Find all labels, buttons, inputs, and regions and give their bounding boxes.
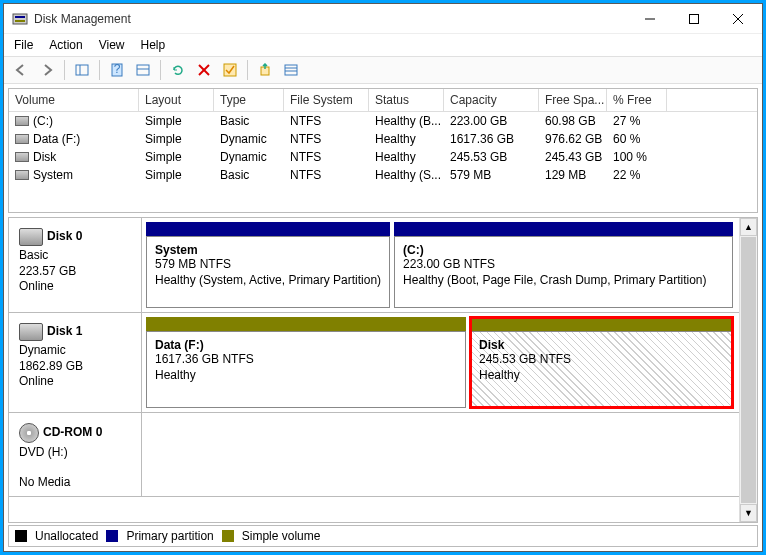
partition-system[interactable]: System 579 MB NTFS Healthy (System, Acti… bbox=[146, 236, 390, 308]
table-row[interactable]: DiskSimpleDynamicNTFSHealthy245.53 GB245… bbox=[9, 148, 757, 166]
volume-icon bbox=[15, 134, 29, 144]
toolbar: ? bbox=[4, 56, 762, 84]
titlebar[interactable]: Disk Management bbox=[4, 4, 762, 34]
scroll-thumb[interactable] bbox=[741, 237, 756, 503]
partition-data[interactable]: Data (F:) 1617.36 GB NTFS Healthy bbox=[146, 331, 466, 408]
help-button[interactable]: ? bbox=[106, 59, 128, 81]
menu-action[interactable]: Action bbox=[49, 38, 82, 52]
disk-row-1[interactable]: Disk 1 Dynamic 1862.89 GB Online Data (F… bbox=[9, 313, 739, 413]
table-row[interactable]: Data (F:)SimpleDynamicNTFSHealthy1617.36… bbox=[9, 130, 757, 148]
minimize-button[interactable] bbox=[628, 5, 672, 33]
partition-c[interactable]: (C:) 223.00 GB NTFS Healthy (Boot, Page … bbox=[394, 236, 733, 308]
menu-help[interactable]: Help bbox=[141, 38, 166, 52]
table-row[interactable]: SystemSimpleBasicNTFSHealthy (S...579 MB… bbox=[9, 166, 757, 184]
volume-list-header: Volume Layout Type File System Status Ca… bbox=[9, 89, 757, 112]
svg-rect-7 bbox=[76, 65, 88, 75]
maximize-button[interactable] bbox=[672, 5, 716, 33]
col-layout[interactable]: Layout bbox=[139, 89, 214, 111]
col-free[interactable]: Free Spa... bbox=[539, 89, 607, 111]
partition-disk[interactable]: Disk 245.53 GB NTFS Healthy bbox=[470, 331, 733, 408]
volume-icon bbox=[15, 152, 29, 162]
legend-simple: Simple volume bbox=[242, 529, 321, 543]
swatch-unallocated bbox=[15, 530, 27, 542]
app-icon bbox=[12, 11, 28, 27]
disk-info-1: Disk 1 Dynamic 1862.89 GB Online bbox=[9, 313, 142, 412]
svg-rect-4 bbox=[690, 14, 699, 23]
menu-view[interactable]: View bbox=[99, 38, 125, 52]
col-pct[interactable]: % Free bbox=[607, 89, 667, 111]
delete-button[interactable] bbox=[193, 59, 215, 81]
volume-icon bbox=[15, 170, 29, 180]
disk-info-0: Disk 0 Basic 223.57 GB Online bbox=[9, 218, 142, 312]
check-button[interactable] bbox=[219, 59, 241, 81]
close-button[interactable] bbox=[716, 5, 760, 33]
legend: Unallocated Primary partition Simple vol… bbox=[8, 525, 758, 547]
disk-row-cdrom[interactable]: CD-ROM 0 DVD (H:) No Media bbox=[9, 413, 739, 497]
window-title: Disk Management bbox=[34, 12, 628, 26]
col-capacity[interactable]: Capacity bbox=[444, 89, 539, 111]
svg-rect-15 bbox=[224, 64, 236, 76]
legend-unallocated: Unallocated bbox=[35, 529, 98, 543]
export-button[interactable] bbox=[254, 59, 276, 81]
disk-row-0[interactable]: Disk 0 Basic 223.57 GB Online System 579… bbox=[9, 218, 739, 313]
back-button[interactable] bbox=[10, 59, 32, 81]
list-button[interactable] bbox=[280, 59, 302, 81]
svg-rect-1 bbox=[15, 16, 25, 18]
settings-top-button[interactable] bbox=[132, 59, 154, 81]
table-row[interactable]: (C:)SimpleBasicNTFSHealthy (B...223.00 G… bbox=[9, 112, 757, 130]
disk-icon bbox=[19, 228, 43, 246]
col-status[interactable]: Status bbox=[369, 89, 444, 111]
swatch-primary bbox=[106, 530, 118, 542]
svg-rect-2 bbox=[15, 20, 25, 22]
swatch-simple bbox=[222, 530, 234, 542]
forward-button[interactable] bbox=[36, 59, 58, 81]
svg-rect-0 bbox=[13, 14, 27, 24]
scroll-up-button[interactable]: ▲ bbox=[740, 218, 757, 236]
legend-primary: Primary partition bbox=[126, 529, 213, 543]
disk-info-cdrom: CD-ROM 0 DVD (H:) No Media bbox=[9, 413, 142, 496]
svg-rect-17 bbox=[285, 65, 297, 75]
disk-map: Disk 0 Basic 223.57 GB Online System 579… bbox=[8, 217, 758, 523]
menubar: File Action View Help bbox=[4, 34, 762, 56]
menu-file[interactable]: File bbox=[14, 38, 33, 52]
volume-icon bbox=[15, 116, 29, 126]
svg-rect-11 bbox=[137, 65, 149, 75]
refresh-button[interactable] bbox=[167, 59, 189, 81]
volume-list[interactable]: Volume Layout Type File System Status Ca… bbox=[8, 88, 758, 213]
show-hide-button[interactable] bbox=[71, 59, 93, 81]
vertical-scrollbar[interactable]: ▲ ▼ bbox=[739, 218, 757, 522]
svg-text:?: ? bbox=[114, 63, 121, 76]
scroll-down-button[interactable]: ▼ bbox=[740, 504, 757, 522]
col-type[interactable]: Type bbox=[214, 89, 284, 111]
cdrom-icon bbox=[19, 423, 39, 443]
col-volume[interactable]: Volume bbox=[9, 89, 139, 111]
disk-icon bbox=[19, 323, 43, 341]
col-fs[interactable]: File System bbox=[284, 89, 369, 111]
disk-management-window: Disk Management File Action View Help ? … bbox=[3, 3, 763, 552]
